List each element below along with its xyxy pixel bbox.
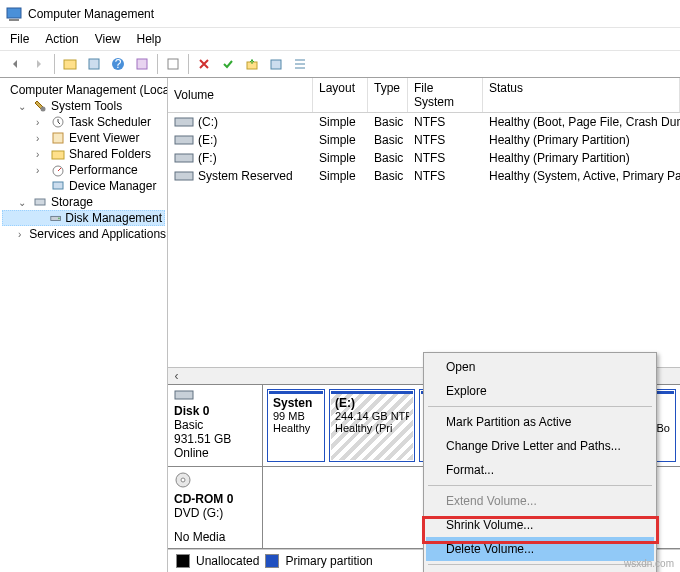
svg-rect-25	[175, 391, 193, 399]
delete-button[interactable]	[193, 53, 215, 75]
tree-storage[interactable]: ⌄Storage	[2, 194, 165, 210]
expander-icon[interactable]: ⌄	[18, 197, 29, 208]
vol-name: System Reserved	[198, 169, 293, 183]
tree-label: Device Manager	[69, 179, 156, 193]
svg-rect-1	[9, 19, 19, 21]
volume-row[interactable]: (C:) Simple Basic NTFS Healthy (Boot, Pa…	[168, 113, 680, 131]
partition-selected[interactable]: (E:)244.14 GB NTFSHealthy (Pri	[329, 389, 415, 462]
partition[interactable]: Systen99 MBHealthy	[267, 389, 325, 462]
tree-label: Storage	[51, 195, 93, 209]
ctx-extend-volume: Extend Volume...	[426, 489, 654, 513]
tree-label: Shared Folders	[69, 147, 151, 161]
expander-icon[interactable]: ⌄	[18, 101, 29, 112]
tree-root-label: Computer Management (Local	[10, 83, 168, 97]
vol-fs: NTFS	[408, 167, 483, 185]
col-volume[interactable]: Volume	[168, 78, 313, 112]
ctx-shrink-volume[interactable]: Shrink Volume...	[426, 513, 654, 537]
window-title: Computer Management	[28, 7, 154, 21]
svg-rect-23	[175, 154, 193, 162]
tree-event-viewer[interactable]: ›Event Viewer	[2, 130, 165, 146]
scroll-left-icon[interactable]: ‹	[168, 368, 185, 385]
svg-point-11	[41, 107, 46, 112]
ctx-mark-active[interactable]: Mark Partition as Active	[426, 410, 654, 434]
col-status[interactable]: Status	[483, 78, 680, 112]
disk-state: Online	[174, 446, 256, 460]
disk-size: 931.51 GB	[174, 432, 256, 446]
menu-help[interactable]: Help	[129, 30, 170, 48]
menu-view[interactable]: View	[87, 30, 129, 48]
tree-task-scheduler[interactable]: ›Task Scheduler	[2, 114, 165, 130]
vol-type: Basic	[368, 167, 408, 185]
expander-icon[interactable]: ›	[36, 149, 47, 160]
tree-label: Disk Management	[65, 211, 162, 225]
disk-info[interactable]: Disk 0 Basic 931.51 GB Online	[168, 385, 263, 466]
tree-root[interactable]: Computer Management (Local	[2, 82, 165, 98]
expander-icon[interactable]: ›	[36, 133, 47, 144]
vol-fs: NTFS	[408, 131, 483, 149]
ctx-open[interactable]: Open	[426, 355, 654, 379]
part-name: Systen	[273, 396, 319, 410]
expander-icon[interactable]: ›	[36, 117, 47, 128]
volume-row[interactable]: (F:) Simple Basic NTFS Healthy (Primary …	[168, 149, 680, 167]
vol-fs: NTFS	[408, 113, 483, 131]
ctx-explore[interactable]: Explore	[426, 379, 654, 403]
legend-primary: Primary partition	[285, 554, 372, 568]
ctx-format[interactable]: Format...	[426, 458, 654, 482]
part-name: (E:)	[335, 396, 409, 410]
help-button[interactable]: ?	[107, 53, 129, 75]
check-button[interactable]	[217, 53, 239, 75]
tree-disk-management[interactable]: Disk Management	[2, 210, 165, 226]
vol-layout: Simple	[313, 167, 368, 185]
context-menu: Open Explore Mark Partition as Active Ch…	[423, 352, 657, 572]
tree-services-apps[interactable]: ›Services and Applications	[2, 226, 165, 242]
svg-rect-16	[53, 182, 63, 189]
cdrom-label: CD-ROM 0	[174, 492, 256, 506]
tree-performance[interactable]: ›Performance	[2, 162, 165, 178]
volume-icon	[174, 116, 194, 128]
menu-file[interactable]: File	[2, 30, 37, 48]
svg-rect-17	[35, 199, 45, 205]
menu-action[interactable]: Action	[37, 30, 86, 48]
col-type[interactable]: Type	[368, 78, 408, 112]
app-icon	[6, 6, 22, 22]
expander-icon[interactable]: ›	[36, 165, 47, 176]
vol-name: (E:)	[198, 133, 217, 147]
export-button[interactable]	[241, 53, 263, 75]
cdrom-info[interactable]: CD-ROM 0 DVD (G:) No Media	[168, 467, 263, 548]
svg-rect-21	[175, 118, 193, 126]
ctx-delete-volume[interactable]: Delete Volume...	[426, 537, 654, 561]
col-filesystem[interactable]: File System	[408, 78, 483, 112]
vol-layout: Simple	[313, 149, 368, 167]
properties-button[interactable]	[83, 53, 105, 75]
vol-status: Healthy (Primary Partition)	[483, 149, 680, 167]
vol-status: Healthy (Boot, Page File, Crash Dump, Pr…	[483, 113, 680, 131]
forward-button[interactable]	[28, 53, 50, 75]
action-button[interactable]	[162, 53, 184, 75]
tree-system-tools[interactable]: ⌄System Tools	[2, 98, 165, 114]
list-button[interactable]	[289, 53, 311, 75]
ctx-change-letter[interactable]: Change Drive Letter and Paths...	[426, 434, 654, 458]
expander-icon[interactable]: ›	[18, 229, 21, 240]
ctx-properties[interactable]: Properties	[426, 568, 654, 572]
volume-row[interactable]: System Reserved Simple Basic NTFS Health…	[168, 167, 680, 185]
vol-name: (C:)	[198, 115, 218, 129]
settings-button[interactable]	[265, 53, 287, 75]
part-status: Healthy (Pri	[335, 422, 409, 434]
back-button[interactable]	[4, 53, 26, 75]
up-button[interactable]	[59, 53, 81, 75]
volume-row[interactable]: (E:) Simple Basic NTFS Healthy (Primary …	[168, 131, 680, 149]
tree-label: Task Scheduler	[69, 115, 151, 129]
col-layout[interactable]: Layout	[313, 78, 368, 112]
tree-shared-folders[interactable]: ›Shared Folders	[2, 146, 165, 162]
svg-rect-22	[175, 136, 193, 144]
tree-label: Services and Applications	[29, 227, 166, 241]
tree-device-manager[interactable]: Device Manager	[2, 178, 165, 194]
svg-point-27	[181, 478, 185, 482]
vol-status: Healthy (Primary Partition)	[483, 131, 680, 149]
vol-layout: Simple	[313, 113, 368, 131]
navigation-tree: Computer Management (Local ⌄System Tools…	[0, 78, 168, 572]
refresh-button[interactable]	[131, 53, 153, 75]
part-status: Healthy	[273, 422, 319, 434]
watermark: wsxdn.com	[624, 558, 674, 569]
column-headers: Volume Layout Type File System Status	[168, 78, 680, 113]
